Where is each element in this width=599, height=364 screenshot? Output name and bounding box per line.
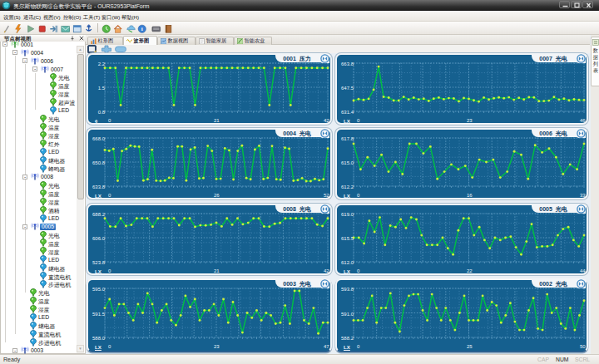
svg-text:i: i	[141, 26, 143, 32]
